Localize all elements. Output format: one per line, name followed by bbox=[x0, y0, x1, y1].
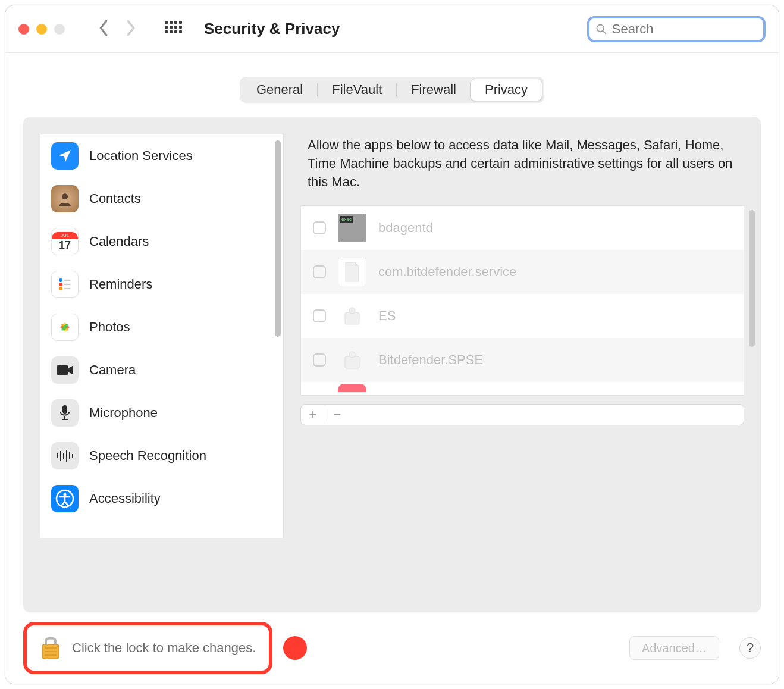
titlebar: Security & Privacy bbox=[5, 5, 779, 53]
sidebar-item-label: Speech Recognition bbox=[89, 448, 206, 463]
svg-point-26 bbox=[349, 308, 355, 314]
svg-rect-13 bbox=[57, 365, 68, 375]
sidebar-item-label: Contacts bbox=[89, 191, 141, 206]
svg-point-5 bbox=[59, 287, 62, 290]
contacts-icon bbox=[51, 185, 79, 212]
close-window-button[interactable] bbox=[18, 24, 29, 35]
full-disk-access-pane: Allow the apps below to access data like… bbox=[300, 134, 744, 538]
search-field-wrap[interactable] bbox=[587, 16, 766, 42]
page-title: Security & Privacy bbox=[204, 20, 576, 38]
sidebar-item-reminders[interactable]: Reminders bbox=[40, 263, 283, 306]
svg-point-4 bbox=[59, 283, 62, 286]
exec-icon: exec bbox=[338, 214, 366, 242]
footer: Click the lock to make changes. Advanced… bbox=[5, 612, 779, 684]
svg-point-3 bbox=[59, 278, 62, 282]
tab-filevault[interactable]: FileVault bbox=[318, 79, 396, 101]
microphone-icon bbox=[51, 399, 79, 427]
window-controls bbox=[18, 24, 65, 35]
app-row[interactable] bbox=[301, 382, 744, 394]
content-area: General FileVault Firewall Privacy Locat… bbox=[5, 53, 779, 684]
accessibility-icon bbox=[51, 485, 79, 512]
add-remove-control: + − bbox=[300, 404, 744, 425]
extension-icon bbox=[338, 302, 366, 330]
tab-privacy[interactable]: Privacy bbox=[471, 79, 542, 101]
app-row[interactable]: ES bbox=[301, 294, 744, 338]
add-button[interactable]: + bbox=[301, 405, 325, 425]
sidebar-item-label: Camera bbox=[89, 362, 136, 378]
lock-area-highlight: Click the lock to make changes. bbox=[23, 622, 272, 674]
back-button[interactable] bbox=[97, 20, 110, 39]
description-text: Allow the apps below to access data like… bbox=[300, 134, 744, 205]
sidebar-item-label: Accessibility bbox=[89, 491, 161, 506]
sidebar-item-calendars[interactable]: JUL 17 Calendars bbox=[40, 220, 283, 263]
sidebar-item-microphone[interactable]: Microphone bbox=[40, 392, 283, 434]
forward-button bbox=[124, 20, 137, 39]
sidebar-item-label: Photos bbox=[89, 320, 130, 335]
sidebar-item-speech-recognition[interactable]: Speech Recognition bbox=[40, 434, 283, 477]
app-checkbox[interactable] bbox=[313, 221, 326, 234]
app-list-scrollbar[interactable] bbox=[749, 210, 755, 347]
maximize-window-button bbox=[54, 24, 65, 35]
search-input[interactable] bbox=[612, 21, 757, 37]
annotation-marker bbox=[283, 636, 307, 660]
minimize-window-button[interactable] bbox=[36, 24, 47, 35]
camera-icon bbox=[51, 356, 79, 384]
app-row[interactable]: Bitdefender.SPSE bbox=[301, 338, 744, 382]
chevron-right-icon bbox=[124, 20, 137, 36]
preferences-window: Security & Privacy General FileVault Fir… bbox=[5, 5, 779, 684]
privacy-panel: Location Services Contacts JUL 17 Cal bbox=[23, 117, 761, 612]
app-list: exec bdagentd com.bitdefender.service ES bbox=[300, 205, 744, 396]
calendar-icon: JUL 17 bbox=[51, 228, 79, 255]
show-all-preferences-button[interactable] bbox=[165, 21, 181, 37]
sidebar-item-location-services[interactable]: Location Services bbox=[40, 134, 283, 177]
app-name-label: ES bbox=[378, 308, 396, 324]
app-row[interactable]: com.bitdefender.service bbox=[301, 250, 744, 294]
app-name-label: com.bitdefender.service bbox=[378, 264, 516, 280]
waveform-icon bbox=[51, 442, 79, 469]
sidebar-item-label: Microphone bbox=[89, 405, 158, 421]
sidebar-item-camera[interactable]: Camera bbox=[40, 349, 283, 392]
lock-text: Click the lock to make changes. bbox=[72, 640, 256, 656]
app-icon-partial bbox=[338, 384, 366, 392]
remove-button[interactable]: − bbox=[325, 405, 349, 425]
sidebar-item-label: Reminders bbox=[89, 277, 152, 292]
svg-rect-27 bbox=[345, 356, 359, 368]
tab-general[interactable]: General bbox=[242, 79, 317, 101]
photos-icon bbox=[51, 314, 79, 341]
app-checkbox[interactable] bbox=[313, 309, 326, 322]
tab-bar: General FileVault Firewall Privacy bbox=[240, 77, 544, 103]
sidebar-item-label: Calendars bbox=[89, 234, 149, 249]
app-checkbox[interactable] bbox=[313, 353, 326, 367]
sidebar-item-contacts[interactable]: Contacts bbox=[40, 177, 283, 220]
privacy-category-list: Location Services Contacts JUL 17 Cal bbox=[40, 134, 284, 538]
app-name-label: bdagentd bbox=[378, 220, 433, 236]
lock-icon[interactable] bbox=[40, 634, 61, 662]
nav-arrows bbox=[97, 20, 137, 39]
document-icon bbox=[338, 258, 366, 286]
tab-firewall[interactable]: Firewall bbox=[397, 79, 471, 101]
extension-icon bbox=[338, 346, 366, 374]
sidebar-item-label: Location Services bbox=[89, 148, 193, 164]
chevron-left-icon bbox=[97, 20, 110, 36]
svg-point-28 bbox=[349, 352, 355, 358]
app-row[interactable]: exec bdagentd bbox=[301, 206, 744, 250]
sidebar-item-photos[interactable]: Photos bbox=[40, 306, 283, 349]
search-icon bbox=[595, 23, 607, 36]
app-checkbox[interactable] bbox=[313, 265, 326, 278]
svg-point-2 bbox=[62, 193, 68, 199]
sidebar-item-accessibility[interactable]: Accessibility bbox=[40, 477, 283, 520]
svg-line-1 bbox=[603, 30, 606, 33]
app-name-label: Bitdefender.SPSE bbox=[378, 352, 483, 368]
help-button[interactable]: ? bbox=[739, 637, 761, 659]
sidebar-scrollbar[interactable] bbox=[275, 140, 281, 337]
reminders-icon bbox=[51, 271, 79, 298]
svg-rect-14 bbox=[62, 405, 67, 414]
svg-point-24 bbox=[64, 493, 67, 496]
location-arrow-icon bbox=[51, 142, 79, 170]
svg-rect-25 bbox=[345, 312, 359, 324]
advanced-button[interactable]: Advanced… bbox=[629, 636, 719, 660]
